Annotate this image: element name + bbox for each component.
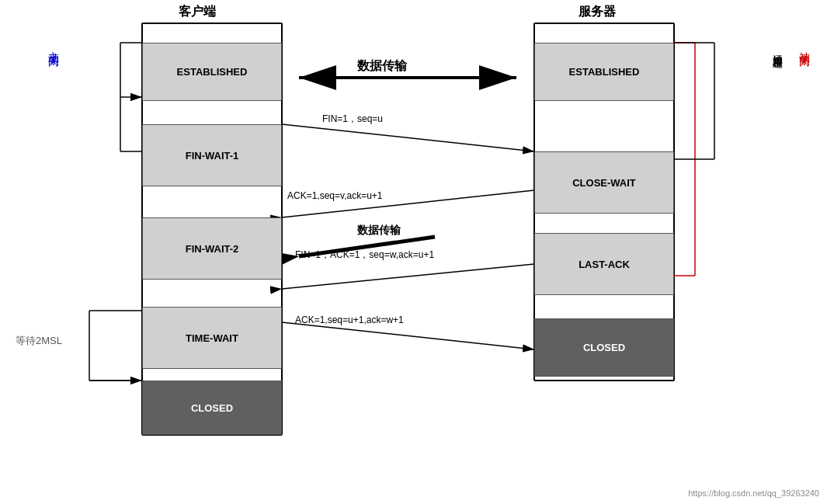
svg-line-14	[282, 124, 534, 151]
server-last-ack: LAST-ACK	[534, 233, 674, 295]
active-close-label: 主动关闭	[47, 43, 61, 151]
notify-app-label: 通知应用进程	[770, 47, 784, 51]
server-close-wait: CLOSE-WAIT	[534, 151, 674, 214]
server-closed: CLOSED	[534, 318, 674, 377]
client-label: 客户端	[179, 4, 216, 20]
fin1-label: FIN=1，seq=u	[322, 113, 383, 126]
client-established: ESTABLISHED	[142, 43, 282, 101]
fin2-label: FIN=1，ACK=1，seq=w,ack=u+1	[295, 249, 434, 262]
client-fin-wait-1: FIN-WAIT-1	[142, 124, 282, 186]
svg-line-18	[282, 322, 534, 349]
client-fin-wait-2: FIN-WAIT-2	[142, 217, 282, 280]
client-time-wait: TIME-WAIT	[142, 307, 282, 369]
ack2-label: ACK=1,seq=u+1,ack=w+1	[295, 315, 404, 325]
server-label: 服务器	[579, 4, 616, 20]
data-transfer-top-label: 数据传输	[357, 58, 407, 75]
url-label: https://blog.csdn.net/qq_39263240	[688, 488, 819, 498]
ack1-label: ACK=1,seq=v,ack=u+1	[287, 190, 383, 201]
data-transfer-mid-label: 数据传输	[357, 224, 401, 238]
client-closed: CLOSED	[142, 381, 282, 435]
svg-line-17	[282, 264, 534, 289]
diagram-container: 客户端 服务器 数据传输 ESTABLISHED FIN-WAIT-1 FIN-…	[0, 0, 827, 504]
wait-2msl-label: 等待2MSL	[16, 334, 62, 348]
passive-close-label: 被动关闭	[797, 43, 811, 276]
server-established: ESTABLISHED	[534, 43, 674, 101]
